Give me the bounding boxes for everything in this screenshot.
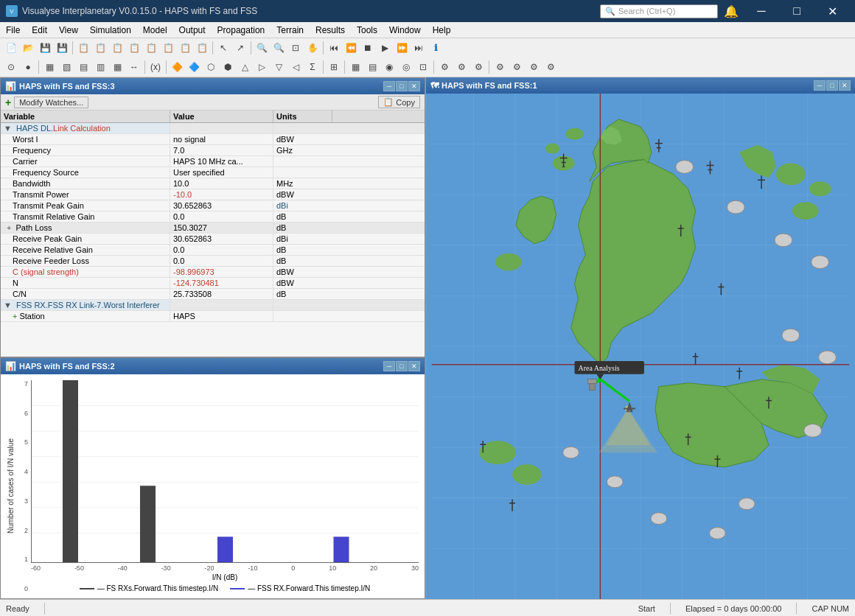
tb2-btn26[interactable]: ⚙ [470,59,486,75]
tb-btn2[interactable]: 📋 [92,40,108,56]
tb2-btn16[interactable]: ▽ [271,59,287,75]
tb-btn6[interactable]: 📋 [160,40,176,56]
tb2-area[interactable]: ⊞ [326,59,342,75]
legend-label-2: — FSS RX.Forward.This timestep.I/N [248,584,370,592]
tb2-btn28[interactable]: ⚙ [509,59,525,75]
menu-edit[interactable]: Edit [26,22,53,38]
modify-watches-button[interactable]: Modify Watches... [14,97,88,108]
tb2-btn20[interactable]: ▤ [364,59,380,75]
menu-model[interactable]: Model [137,22,173,38]
tb-cursor[interactable]: ↖ [215,40,231,56]
close-button[interactable]: ✕ [815,0,849,22]
tb-info[interactable]: ℹ [427,40,444,56]
table-body[interactable]: ▼ HAPS DL.Link Calculation Worst I no si… [1,123,425,337]
tb-save2[interactable]: 💾 [54,40,70,56]
menu-view[interactable]: View [53,22,84,38]
expand-icon[interactable]: ▼ [4,124,12,133]
tb-pan[interactable]: ✋ [304,40,321,56]
tb2-btn7[interactable]: ▦ [109,59,125,75]
minimize-button[interactable]: ─ [744,0,778,22]
tb-btn3[interactable]: 📋 [109,40,125,56]
watch-close[interactable]: ✕ [408,81,420,91]
tb2-btn21[interactable]: ◉ [381,59,397,75]
tb-save[interactable]: 💾 [37,40,53,56]
map-maximize[interactable]: □ [826,80,838,91]
tb-open[interactable]: 📂 [20,40,36,56]
tb2-btn27[interactable]: ⚙ [492,59,508,75]
tb2-btn10[interactable]: 🔶 [169,59,185,75]
menu-file[interactable]: File [0,22,26,38]
tb2-btn1[interactable]: ⊙ [3,59,19,75]
menu-propagation[interactable]: Propagation [212,22,271,38]
tb2-btn9[interactable]: (x) [147,59,164,75]
tb-btn7[interactable]: 📋 [177,40,193,56]
tb-play[interactable]: ▶ [377,40,393,56]
tb2-btn11[interactable]: 🔷 [186,59,202,75]
row-section-haps: ▼ HAPS DL.Link Calculation [1,123,170,133]
tb-btn5[interactable]: 📋 [143,40,159,56]
svg-point-79 [651,513,667,525]
col-value[interactable]: Value [170,111,273,122]
tb-fit[interactable]: ⊡ [287,40,304,56]
chart-legend: — FS RXs.Forward.This timestep.I/N — FSS… [31,584,419,592]
maximize-button[interactable]: □ [780,0,814,22]
chart-minimize[interactable]: ─ [383,361,395,371]
tb-play-end[interactable]: ⏭ [411,40,427,56]
tb-play-start[interactable]: ⏮ [326,40,342,56]
tb-zoom-in[interactable]: 🔍 [254,40,270,56]
tb-btn1[interactable]: 📋 [75,40,91,56]
tb2-btn12[interactable]: ⬡ [203,59,219,75]
tb-play-fwd[interactable]: ⏩ [394,40,410,56]
menu-window[interactable]: Window [383,22,427,38]
tb2-btn13[interactable]: ⬢ [220,59,236,75]
tb2-btn19[interactable]: ▦ [347,59,363,75]
search-box[interactable]: 🔍 Search (Ctrl+Q) [600,4,718,18]
tb-select[interactable]: ↗ [232,40,248,56]
fss-expand-icon[interactable]: ▼ [4,301,12,309]
tb2-btn2[interactable]: ● [20,59,36,75]
menu-tools[interactable]: Tools [351,22,383,38]
menu-results[interactable]: Results [310,22,351,38]
table-row: Receive Peak Gain 30.652863 dBi [1,234,425,245]
tb2-btn18[interactable]: Σ [304,59,321,75]
chart-close[interactable]: ✕ [408,361,420,371]
chart-maximize[interactable]: □ [396,361,408,371]
tb2-btn30[interactable]: ⚙ [542,59,559,75]
tb2-btn3[interactable]: ▦ [41,59,57,75]
table-row: C (signal strength) -98.996973 dBW [1,267,425,278]
watch-maximize[interactable]: □ [396,81,408,91]
map-minimize[interactable]: ─ [814,80,826,91]
tb-btn8[interactable]: 📋 [194,40,210,56]
tb-zoom-out[interactable]: 🔍 [271,40,287,56]
tb2-btn15[interactable]: ▷ [254,59,270,75]
tb2-btn5[interactable]: ▤ [75,59,91,75]
menu-output[interactable]: Output [173,22,212,38]
copy-button[interactable]: 📋 Copy [378,96,420,108]
tb2-btn17[interactable]: ◁ [287,59,304,75]
map-area[interactable]: Area Analysis [426,94,855,599]
menu-simulation[interactable]: Simulation [84,22,137,38]
col-variable[interactable]: Variable [1,111,170,122]
var-frequency: Frequency [1,145,170,155]
path-expand-icon[interactable]: + [7,223,11,232]
tb2-btn4[interactable]: ▧ [58,59,74,75]
tb2-btn8[interactable]: ↔ [126,59,142,75]
tb2-btn6[interactable]: ▥ [92,59,108,75]
tb-play-back[interactable]: ⏪ [343,40,359,56]
tb-btn4[interactable]: 📋 [126,40,142,56]
watch-minimize[interactable]: ─ [383,81,395,91]
map-close[interactable]: ✕ [839,80,851,91]
menu-terrain[interactable]: Terrain [271,22,310,38]
notification-icon[interactable]: 🔔 [724,4,739,18]
tb-new[interactable]: 📄 [3,40,19,56]
col-units[interactable]: Units [273,111,332,122]
tb2-btn29[interactable]: ⚙ [526,59,542,75]
menu-help[interactable]: Help [427,22,457,38]
tb2-btn22[interactable]: ◎ [398,59,414,75]
tb2-btn23[interactable]: ⊡ [415,59,431,75]
tb2-btn25[interactable]: ⚙ [453,59,470,75]
tb2-btn14[interactable]: △ [237,59,253,75]
table-row: Transmit Power -10.0 dBW [1,189,425,200]
tb-stop[interactable]: ⏹ [360,40,376,56]
tb2-btn24[interactable]: ⚙ [436,59,453,75]
